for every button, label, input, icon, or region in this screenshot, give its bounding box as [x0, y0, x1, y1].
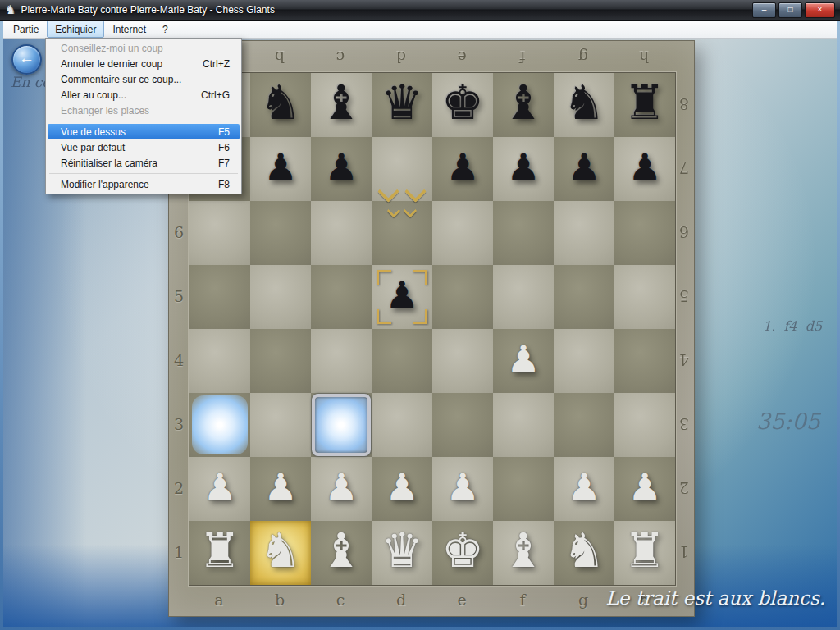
- menubar-item-partie[interactable]: Partie: [5, 21, 47, 38]
- piece-black-rook[interactable]: ♜: [623, 79, 666, 126]
- menubar-item-internet[interactable]: Internet: [104, 21, 154, 38]
- menubar-item-help[interactable]: ?: [154, 21, 176, 38]
- menu-item-commentaire-sur-ce-coup[interactable]: Commentaire sur ce coup...: [48, 71, 240, 87]
- square-a3[interactable]: [189, 393, 250, 457]
- piece-white-rook[interactable]: ♜: [623, 527, 666, 574]
- piece-white-pawn[interactable]: ♟: [263, 468, 297, 506]
- square-g7[interactable]: ♟: [554, 137, 614, 201]
- square-h4[interactable]: [614, 329, 675, 393]
- square-e8[interactable]: ♚: [432, 73, 493, 137]
- square-e1[interactable]: ♚: [432, 521, 493, 585]
- square-c3[interactable]: [311, 393, 372, 457]
- menu-item-réinitialiser-la-caméra[interactable]: Réinitialiser la caméraF7: [48, 155, 240, 171]
- square-a6[interactable]: [189, 201, 250, 265]
- piece-white-pawn[interactable]: ♟: [506, 340, 540, 378]
- square-a4[interactable]: [189, 329, 250, 393]
- square-f7[interactable]: ♟: [493, 137, 554, 201]
- square-g1[interactable]: ♞: [554, 521, 614, 585]
- square-d4[interactable]: [372, 329, 432, 393]
- piece-white-pawn[interactable]: ♟: [324, 468, 358, 506]
- square-h7[interactable]: ♟: [614, 137, 675, 201]
- square-h1[interactable]: ♜: [614, 521, 675, 585]
- square-g3[interactable]: [554, 393, 614, 457]
- square-b6[interactable]: [250, 201, 311, 265]
- piece-white-pawn[interactable]: ♟: [385, 468, 418, 506]
- square-a1[interactable]: ♜: [189, 521, 250, 585]
- piece-black-pawn[interactable]: ♟: [628, 148, 661, 186]
- minimize-button[interactable]: –: [752, 2, 776, 18]
- piece-white-knight[interactable]: ♞: [563, 527, 605, 574]
- square-d7[interactable]: [372, 137, 432, 201]
- square-a2[interactable]: ♟: [189, 457, 250, 521]
- square-b5[interactable]: [250, 265, 311, 329]
- square-e6[interactable]: [432, 201, 493, 265]
- square-c1[interactable]: ♝: [311, 521, 372, 585]
- square-b8[interactable]: ♞: [250, 73, 311, 137]
- piece-black-knight[interactable]: ♞: [563, 79, 605, 126]
- square-b1[interactable]: ♞: [250, 521, 311, 585]
- maximize-button[interactable]: □: [778, 2, 802, 18]
- square-f5[interactable]: [493, 265, 554, 329]
- close-button[interactable]: ×: [805, 2, 835, 18]
- square-c7[interactable]: ♟: [311, 137, 372, 201]
- square-f1[interactable]: ♝: [493, 521, 554, 585]
- square-h5[interactable]: [614, 265, 675, 329]
- square-b3[interactable]: [250, 393, 311, 457]
- square-b2[interactable]: ♟: [250, 457, 311, 521]
- square-d2[interactable]: ♟: [372, 457, 432, 521]
- piece-white-pawn[interactable]: ♟: [567, 468, 600, 506]
- square-e7[interactable]: ♟: [432, 137, 493, 201]
- square-b7[interactable]: ♟: [250, 137, 311, 201]
- square-h2[interactable]: ♟: [614, 457, 675, 521]
- square-e4[interactable]: [432, 329, 493, 393]
- square-g4[interactable]: [554, 329, 614, 393]
- square-h3[interactable]: [614, 393, 675, 457]
- square-f4[interactable]: ♟: [493, 329, 554, 393]
- back-button[interactable]: ←: [11, 44, 42, 75]
- piece-white-knight[interactable]: ♞: [259, 527, 302, 574]
- square-f8[interactable]: ♝: [493, 73, 554, 137]
- piece-black-pawn[interactable]: ♟: [445, 148, 479, 186]
- square-h6[interactable]: [614, 201, 675, 265]
- piece-white-pawn[interactable]: ♟: [445, 468, 479, 506]
- piece-black-pawn[interactable]: ♟: [263, 148, 297, 186]
- piece-black-bishop[interactable]: ♝: [320, 79, 363, 126]
- square-f2[interactable]: [493, 457, 554, 521]
- menu-item-annuler-le-dernier-coup[interactable]: Annuler le dernier coupCtrl+Z: [48, 56, 240, 71]
- square-e2[interactable]: ♟: [432, 457, 493, 521]
- square-d8[interactable]: ♛: [372, 73, 432, 137]
- square-f6[interactable]: [493, 201, 554, 265]
- square-g5[interactable]: [554, 265, 614, 329]
- square-c6[interactable]: [311, 201, 372, 265]
- square-d1[interactable]: ♛: [372, 521, 432, 585]
- square-g6[interactable]: [554, 201, 614, 265]
- piece-black-pawn[interactable]: ♟: [506, 148, 540, 186]
- piece-white-bishop[interactable]: ♝: [502, 527, 545, 574]
- square-g2[interactable]: ♟: [554, 457, 614, 521]
- square-a5[interactable]: [189, 265, 250, 329]
- piece-black-pawn[interactable]: ♟: [324, 148, 358, 186]
- piece-white-queen[interactable]: ♛: [381, 527, 423, 574]
- square-h8[interactable]: ♜: [614, 73, 675, 137]
- menu-item-aller-au-coup[interactable]: Aller au coup...Ctrl+G: [48, 87, 240, 103]
- square-d6[interactable]: [372, 201, 432, 265]
- square-e3[interactable]: [432, 393, 493, 457]
- menu-item-vue-de-dessus[interactable]: Vue de dessusF5: [48, 124, 240, 139]
- square-d5[interactable]: ♟: [372, 265, 432, 329]
- piece-white-bishop[interactable]: ♝: [320, 527, 363, 574]
- piece-black-queen[interactable]: ♛: [381, 79, 423, 126]
- piece-black-pawn[interactable]: ♟: [385, 276, 418, 314]
- menu-item-modifier-l-apparence[interactable]: Modifier l'apparenceF8: [48, 176, 240, 192]
- piece-black-pawn[interactable]: ♟: [567, 148, 600, 186]
- square-d3[interactable]: [372, 393, 432, 457]
- piece-black-king[interactable]: ♚: [441, 79, 484, 126]
- square-c5[interactable]: [311, 265, 372, 329]
- square-g8[interactable]: ♞: [554, 73, 614, 137]
- piece-white-pawn[interactable]: ♟: [203, 468, 236, 506]
- piece-white-pawn[interactable]: ♟: [628, 468, 661, 506]
- piece-white-king[interactable]: ♚: [441, 527, 484, 574]
- title-bar[interactable]: ♞ Pierre-Marie Baty contre Pierre-Marie …: [0, 0, 840, 21]
- piece-black-knight[interactable]: ♞: [259, 79, 302, 126]
- menubar-item-echiquier[interactable]: Echiquier: [47, 21, 104, 38]
- square-f3[interactable]: [493, 393, 554, 457]
